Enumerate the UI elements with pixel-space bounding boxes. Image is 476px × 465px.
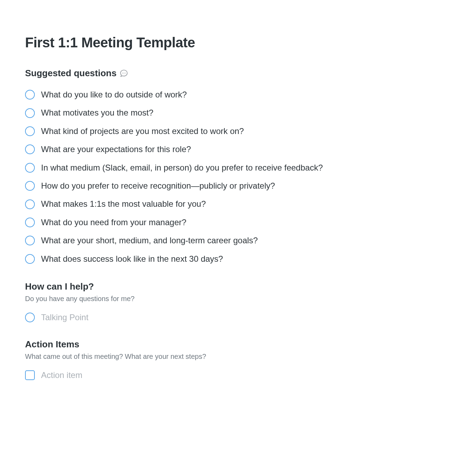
question-item: What do you like to do outside of work? [25,89,451,100]
radio-icon[interactable] [25,144,35,154]
radio-icon[interactable] [25,90,35,100]
question-list: What do you like to do outside of work? … [25,89,451,265]
question-item: What does success look like in the next … [25,253,451,265]
question-item: What makes 1:1s the most valuable for yo… [25,198,451,210]
speech-bubble-icon [119,69,128,78]
radio-icon[interactable] [25,236,35,245]
question-text: What motivates you the most? [41,107,153,118]
radio-icon[interactable] [25,313,35,322]
question-item: What are your short, medium, and long-te… [25,235,451,246]
question-text: What kind of projects are you most excit… [41,126,244,137]
svg-point-1 [124,72,124,73]
question-text: What do you like to do outside of work? [41,89,187,100]
suggested-questions-section: Suggested questions What do you like to … [25,68,451,265]
page-title: First 1:1 Meeting Template [25,35,451,50]
help-section: How can I help? Do you have any question… [25,281,451,322]
help-subtitle: Do you have any questions for me? [25,295,451,303]
radio-icon[interactable] [25,108,35,118]
suggested-heading: Suggested questions [25,68,451,79]
question-text: What does success look like in the next … [41,253,223,265]
talking-point-placeholder: Talking Point [41,313,88,322]
radio-icon[interactable] [25,218,35,227]
radio-icon[interactable] [25,181,35,191]
svg-point-2 [125,72,126,73]
radio-icon[interactable] [25,254,35,264]
question-text: What do you need from your manager? [41,217,187,228]
radio-icon[interactable] [25,126,35,136]
question-text: How do you prefer to receive recognition… [41,180,275,191]
svg-point-0 [122,72,123,73]
action-heading: Action Items [25,339,451,350]
action-items-section: Action Items What came out of this meeti… [25,339,451,380]
question-text: What are your short, medium, and long-te… [41,235,258,246]
question-item: What kind of projects are you most excit… [25,126,451,137]
question-item: In what medium (Slack, email, in person)… [25,162,451,173]
action-item-row[interactable]: Action item [25,370,451,380]
radio-icon[interactable] [25,199,35,209]
radio-icon[interactable] [25,163,35,173]
question-item: How do you prefer to receive recognition… [25,180,451,191]
checkbox-icon[interactable] [25,370,35,380]
talking-point-row[interactable]: Talking Point [25,313,451,322]
action-heading-label: Action Items [25,339,79,350]
question-text: What makes 1:1s the most valuable for yo… [41,198,206,210]
question-item: What are your expectations for this role… [25,144,451,155]
action-item-placeholder: Action item [41,370,82,380]
question-item: What do you need from your manager? [25,217,451,228]
question-text: In what medium (Slack, email, in person)… [41,162,323,173]
help-heading-label: How can I help? [25,281,94,292]
question-item: What motivates you the most? [25,107,451,118]
help-heading: How can I help? [25,281,451,292]
suggested-heading-label: Suggested questions [25,68,117,79]
action-subtitle: What came out of this meeting? What are … [25,353,451,361]
question-text: What are your expectations for this role… [41,144,191,155]
